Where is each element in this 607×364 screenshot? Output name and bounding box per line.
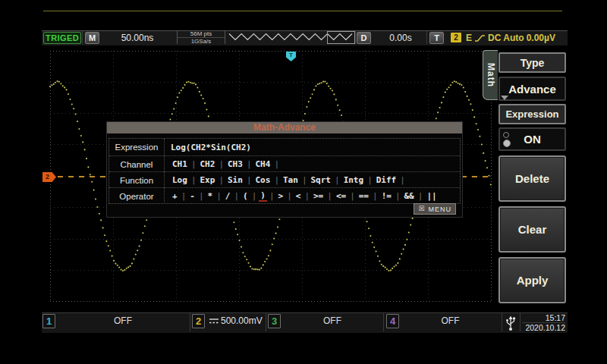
- option-item[interactable]: ): [259, 190, 267, 202]
- channel-2-scale: 500.00mV: [221, 315, 263, 326]
- chevron-down-icon: [501, 96, 508, 100]
- trigger-menu-key: T: [429, 32, 444, 44]
- option-separator: |: [247, 159, 252, 169]
- divider: [426, 31, 427, 44]
- sample-rate: 1GSa/s: [178, 38, 225, 45]
- option-separator: |: [269, 191, 275, 201]
- grid-hline: [50, 113, 491, 114]
- trigger-level-marker[interactable]: 2: [42, 172, 56, 182]
- option-item[interactable]: CH3: [226, 159, 244, 169]
- channel-2-badge[interactable]: 2: [192, 314, 205, 328]
- operator-options: +|-|*|/|(|)|>|<|>=|<=|==|!=|&&|||: [165, 188, 460, 204]
- option-separator: |: [367, 175, 373, 185]
- apply-button[interactable]: Apply: [498, 257, 566, 303]
- function-row: Function Log|Exp|Sin|Cos|Tan|Sqrt|Intg|D…: [109, 171, 460, 188]
- math-tab[interactable]: Math: [483, 50, 498, 100]
- option-item[interactable]: CH1: [171, 159, 189, 169]
- dc-coupling-icon: [209, 317, 219, 325]
- menu-label: MENU: [429, 206, 452, 213]
- channel-4-badge[interactable]: 4: [386, 314, 399, 328]
- row-label: Function: [109, 172, 165, 188]
- grid-hline: [50, 301, 491, 302]
- expression-row: Expression Log(CH2*Sin(CH2): [109, 139, 460, 155]
- oscilloscope-screen: T 2 TRIGED M 50.00ns 56M pts 1GSa/s D 0.…: [0, 0, 607, 364]
- option-separator: |: [373, 191, 378, 201]
- row-label: Expression: [109, 139, 165, 155]
- option-item[interactable]: !=: [380, 191, 393, 201]
- option-separator: |: [350, 191, 355, 201]
- channel-1-status: OFF: [57, 315, 189, 326]
- expression-on-toggle[interactable]: ON: [498, 127, 566, 151]
- divider: [383, 313, 384, 331]
- row-label: Operator: [109, 188, 165, 204]
- menu-icon: ☒: [418, 206, 425, 212]
- option-separator: |: [191, 159, 197, 169]
- channel-1-badge[interactable]: 1: [42, 314, 55, 328]
- option-item[interactable]: Tan: [281, 175, 300, 185]
- divider: [520, 313, 521, 331]
- option-item[interactable]: (: [241, 191, 250, 201]
- clear-button[interactable]: Clear: [498, 206, 566, 253]
- option-item[interactable]: Sqrt: [310, 175, 333, 185]
- expression-header[interactable]: Expression: [498, 104, 566, 124]
- option-separator: |: [327, 191, 332, 201]
- option-item[interactable]: >=: [312, 191, 325, 201]
- channel-4-status: OFF: [401, 315, 500, 326]
- divider: [355, 31, 356, 44]
- clock: 15:17 2020.10.12: [522, 313, 565, 332]
- type-header[interactable]: Type: [498, 52, 566, 73]
- trigger-position-marker[interactable]: T: [286, 52, 296, 61]
- type-value-advance[interactable]: Advance: [498, 77, 566, 101]
- channel-3-status: OFF: [282, 315, 382, 326]
- option-item[interactable]: ==: [357, 191, 370, 201]
- grid-hline: [50, 82, 491, 83]
- divider: [82, 31, 83, 44]
- option-item[interactable]: CH2: [199, 159, 217, 169]
- option-item[interactable]: +: [171, 191, 179, 201]
- option-item[interactable]: Cos: [254, 175, 272, 185]
- option-item[interactable]: <=: [335, 191, 348, 201]
- option-separator: |: [199, 191, 204, 201]
- option-separator: |: [302, 175, 307, 185]
- dialog-title: Math-Advance: [107, 122, 462, 133]
- math-advance-dialog: Math-Advance Expression Log(CH2*Sin(CH2)…: [106, 121, 463, 218]
- option-separator: |: [400, 175, 405, 185]
- trigger-coupling: DC: [488, 33, 501, 43]
- option-item[interactable]: CH4: [254, 159, 272, 169]
- operator-row: Operator +|-|*|/|(|)|>|<|>=|<=|==|!=|&&|…: [109, 187, 460, 204]
- option-item[interactable]: *: [206, 191, 215, 201]
- option-separator: |: [252, 191, 257, 201]
- option-item[interactable]: &&: [403, 191, 416, 201]
- option-item[interactable]: Intg: [342, 175, 366, 185]
- channel-3-badge[interactable]: 3: [268, 314, 281, 328]
- date-value: 2020.10.12: [522, 322, 565, 332]
- dialog-table: Expression Log(CH2*Sin(CH2) Channel CH1|…: [109, 138, 461, 204]
- divider: [502, 313, 502, 331]
- toggle-dot-on-icon: [503, 140, 511, 147]
- menu-button[interactable]: ☒ MENU: [414, 203, 456, 215]
- option-item[interactable]: ||: [425, 191, 438, 201]
- delay-key: D: [357, 32, 371, 44]
- option-separator: |: [216, 191, 222, 201]
- option-separator: |: [191, 175, 197, 185]
- option-separator: |: [181, 191, 187, 201]
- option-item[interactable]: Exp: [199, 175, 217, 185]
- option-separator: |: [274, 159, 279, 169]
- memory-depth: 56M pts: [178, 30, 225, 38]
- option-item[interactable]: Log: [171, 175, 189, 185]
- grid-hline: [50, 270, 491, 271]
- delay-value: 0.00s: [375, 33, 426, 43]
- display-window-indicator[interactable]: [327, 31, 355, 44]
- option-separator: |: [234, 191, 239, 201]
- option-item[interactable]: /: [224, 191, 232, 201]
- option-item[interactable]: Sin: [226, 175, 244, 185]
- option-item[interactable]: <: [294, 191, 303, 201]
- option-separator: |: [247, 175, 252, 185]
- option-item[interactable]: >: [277, 191, 285, 201]
- screen-top-edge: [43, 11, 562, 11]
- delete-button[interactable]: Delete: [498, 155, 566, 202]
- option-item[interactable]: Diff: [375, 175, 398, 185]
- option-item[interactable]: -: [188, 191, 197, 201]
- expression-value[interactable]: Log(CH2*Sin(CH2): [165, 139, 460, 155]
- trigger-info: E DC Auto 0.00µV: [466, 33, 555, 43]
